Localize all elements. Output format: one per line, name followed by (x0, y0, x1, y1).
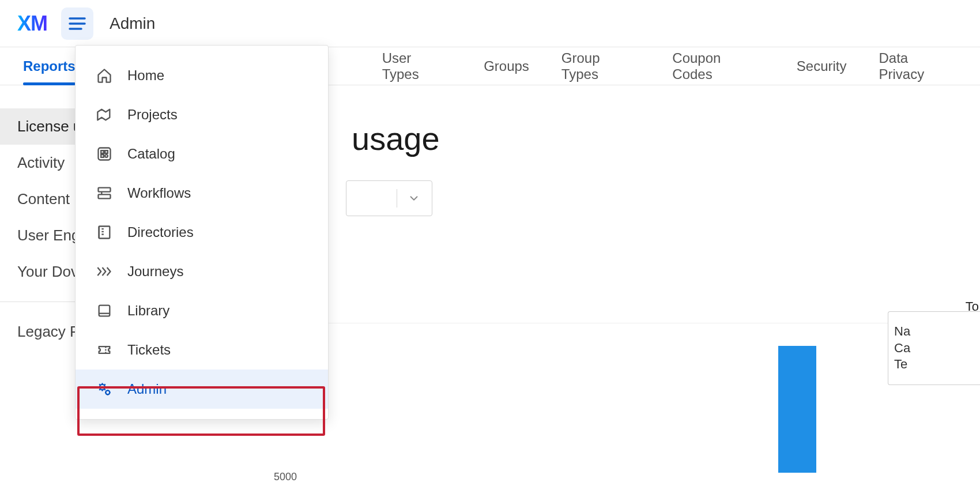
menu-label: Catalog (127, 146, 175, 162)
workflows-icon (95, 184, 114, 202)
tab-group-types[interactable]: Group Types (561, 47, 640, 85)
menu-item-workflows[interactable]: Workflows (76, 174, 328, 213)
right-text-line: Ca (894, 340, 974, 357)
sidebar-label: License u (17, 118, 81, 135)
menu-item-tickets[interactable]: Tickets (76, 330, 328, 370)
svg-rect-10 (99, 227, 110, 239)
tab-label: Reports (23, 58, 76, 74)
menu-label: Admin (127, 381, 167, 397)
topbar-title: Admin (110, 14, 155, 33)
chevron-down-icon (408, 192, 420, 205)
menu-label: Workflows (127, 185, 191, 201)
hamburger-menu-button[interactable] (61, 7, 93, 40)
right-side-panel: Na Ca Te (888, 311, 980, 385)
svg-rect-5 (105, 150, 108, 153)
svg-point-12 (100, 385, 105, 390)
svg-rect-11 (99, 306, 110, 316)
main-nav-menu: Home Projects Catalog Workflows Director… (75, 45, 329, 420)
tickets-icon (95, 341, 114, 359)
svg-point-13 (105, 390, 110, 394)
tab-groups[interactable]: Groups (484, 47, 529, 85)
sidebar-label: Content (17, 190, 70, 208)
svg-rect-9 (99, 194, 111, 198)
tab-label: Data Privacy (879, 50, 958, 82)
sidebar-label: Your Dov (17, 263, 78, 280)
menu-item-library[interactable]: Library (76, 291, 328, 330)
tab-data-privacy[interactable]: Data Privacy (879, 47, 958, 85)
menu-item-journeys[interactable]: Journeys (76, 252, 328, 291)
menu-label: Projects (127, 107, 178, 123)
tab-user-types[interactable]: User Types (382, 47, 451, 85)
library-icon (95, 301, 114, 320)
tab-reports[interactable]: Reports (23, 47, 76, 85)
right-text-line: Te (894, 356, 974, 373)
projects-icon (95, 105, 114, 124)
tab-coupon-codes[interactable]: Coupon Codes (672, 47, 764, 85)
sidebar-label: Activity (17, 154, 65, 171)
chart-bar (778, 346, 816, 473)
menu-item-directories[interactable]: Directories (76, 213, 328, 252)
menu-label: Library (127, 303, 169, 319)
svg-rect-8 (99, 188, 111, 192)
tab-label: Coupon Codes (672, 50, 764, 82)
svg-rect-4 (101, 150, 104, 153)
tab-label: Group Types (561, 50, 640, 82)
menu-label: Journeys (127, 263, 183, 280)
menu-item-home[interactable]: Home (76, 56, 328, 95)
menu-label: Directories (127, 224, 194, 240)
right-text-line: Na (894, 323, 974, 340)
menu-item-projects[interactable]: Projects (76, 95, 328, 134)
hamburger-icon (69, 17, 86, 31)
directories-icon (95, 223, 114, 242)
topbar: XM Admin (0, 0, 980, 47)
chart-y-tick: 5000 (274, 471, 297, 483)
svg-point-7 (105, 154, 108, 157)
date-range-dropdown[interactable] (346, 180, 432, 216)
tab-label: Groups (484, 58, 529, 74)
tab-label: User Types (382, 50, 451, 82)
page-title: usage (352, 120, 963, 157)
svg-rect-6 (101, 154, 104, 157)
sidebar-label: User Eng (17, 227, 80, 244)
sidebar-label: Legacy F (17, 323, 79, 340)
tab-label: Security (797, 58, 847, 74)
menu-item-catalog[interactable]: Catalog (76, 134, 328, 174)
menu-label: Home (127, 67, 164, 84)
menu-item-admin[interactable]: Admin (76, 370, 328, 409)
logo: XM (17, 12, 47, 36)
catalog-icon (95, 145, 114, 163)
journeys-icon (95, 262, 114, 281)
tab-security[interactable]: Security (797, 47, 847, 85)
admin-icon (95, 380, 114, 398)
menu-label: Tickets (127, 342, 171, 358)
home-icon (95, 66, 114, 85)
chart-area: To 5000 (242, 323, 980, 473)
